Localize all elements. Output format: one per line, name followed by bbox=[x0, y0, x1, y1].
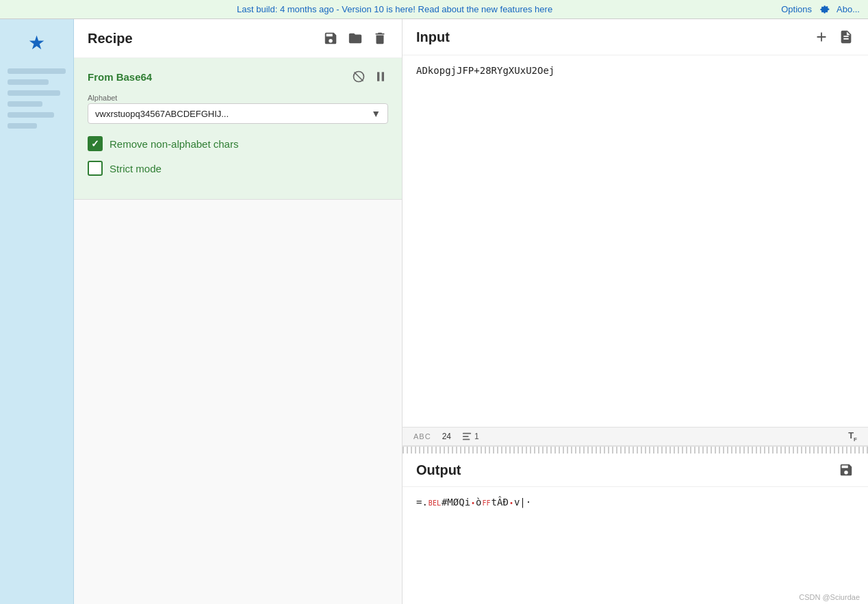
from-base64-controls bbox=[351, 69, 388, 84]
input-title: Input bbox=[416, 29, 450, 45]
options-link[interactable]: Options bbox=[781, 4, 812, 14]
svg-rect-2 bbox=[377, 72, 379, 81]
favorites-button[interactable]: ★ bbox=[22, 27, 52, 57]
output-ff-label: FF bbox=[483, 499, 491, 507]
alphabet-label: Alphabet bbox=[88, 94, 388, 102]
output-header: Output bbox=[403, 454, 868, 487]
save-output-button[interactable] bbox=[838, 462, 854, 478]
save-recipe-button[interactable] bbox=[322, 30, 339, 47]
from-base64-title: From Base64 bbox=[88, 71, 152, 83]
recipe-panel: Recipe bbox=[74, 19, 403, 604]
gear-icon[interactable] bbox=[817, 3, 831, 16]
input-textarea[interactable]: ADkopgjJFP+28RYgXUxU2Oej bbox=[403, 55, 868, 427]
input-section: Input ADkopg bbox=[403, 19, 868, 447]
char-count: 24 bbox=[442, 432, 451, 441]
input-status-bar: ABC 24 1 TF bbox=[403, 427, 868, 445]
output-section: Output =.BEL#MØQi•òFF tÂÐ•v|· CSDN @Sciu… bbox=[403, 454, 868, 604]
recipe-title: Recipe bbox=[88, 31, 133, 47]
delete-recipe-button[interactable] bbox=[372, 30, 388, 47]
alphabet-value: vwxrstuopq34567ABCDEFGHIJ... bbox=[95, 109, 229, 119]
right-panel: Input ADkopg bbox=[403, 19, 868, 604]
alphabet-dropdown[interactable]: vwxrstuopq34567ABCDEFGHIJ... ▼ bbox=[88, 103, 388, 124]
watermark: CSDN @Sciurdae bbox=[403, 590, 868, 604]
output-part-3: ò bbox=[476, 497, 481, 508]
output-text: =.BEL#MØQi•òFF tÂÐ•v|· bbox=[416, 497, 854, 508]
output-content-area: =.BEL#MØQi•òFF tÂÐ•v|· bbox=[403, 487, 868, 590]
svg-rect-4 bbox=[463, 433, 471, 434]
top-bar: Last build: 4 months ago - Version 10 is… bbox=[0, 0, 868, 19]
output-part-4: tÂÐ bbox=[492, 497, 509, 508]
output-part-5: v|· bbox=[514, 497, 531, 508]
strict-mode-row: Strict mode bbox=[88, 161, 388, 176]
sidebar-decorative-lines bbox=[8, 68, 66, 134]
strict-mode-label[interactable]: Strict mode bbox=[110, 163, 162, 174]
remove-non-alphabet-checkbox[interactable]: ✓ bbox=[88, 136, 103, 151]
add-input-button[interactable] bbox=[813, 29, 830, 45]
remove-non-alphabet-row: ✓ Remove non-alphabet chars bbox=[88, 136, 388, 151]
sidebar-nav: ★ bbox=[0, 19, 74, 604]
remove-non-alphabet-label[interactable]: Remove non-alphabet chars bbox=[110, 138, 238, 150]
output-part-1: =. bbox=[416, 497, 428, 508]
load-file-button[interactable] bbox=[838, 29, 854, 45]
line-count-group: 1 bbox=[462, 432, 479, 441]
svg-line-1 bbox=[355, 73, 363, 81]
from-base64-header: From Base64 bbox=[88, 69, 388, 84]
output-bullet-1: • bbox=[471, 499, 475, 507]
line-count: 1 bbox=[474, 432, 479, 441]
dropdown-arrow-icon: ▼ bbox=[371, 108, 381, 119]
strict-mode-checkbox[interactable] bbox=[88, 161, 103, 176]
recipe-empty-area bbox=[74, 200, 402, 604]
input-header: Input bbox=[403, 19, 868, 55]
svg-rect-3 bbox=[382, 72, 384, 81]
checkmark-icon: ✓ bbox=[91, 138, 99, 149]
top-bar-center-text: Last build: 4 months ago - Version 10 is… bbox=[237, 4, 552, 14]
top-bar-right: Options Abo... bbox=[781, 3, 860, 16]
svg-rect-6 bbox=[463, 439, 470, 441]
input-value: ADkopgjJFP+28RYgXUxU2Oej bbox=[416, 65, 554, 76]
output-title: Output bbox=[416, 462, 461, 478]
about-link[interactable]: Abo... bbox=[837, 4, 860, 14]
pause-operation-button[interactable] bbox=[373, 69, 388, 84]
recipe-header: Recipe bbox=[74, 19, 402, 58]
from-base64-block: From Base64 bbox=[74, 58, 402, 200]
disable-operation-button[interactable] bbox=[351, 69, 366, 84]
star-icon: ★ bbox=[28, 31, 45, 54]
svg-rect-5 bbox=[463, 436, 469, 437]
input-header-icons bbox=[813, 29, 854, 45]
output-part-2: #MØQi bbox=[442, 497, 470, 508]
output-bullet-2: • bbox=[509, 499, 513, 507]
resize-handle[interactable] bbox=[403, 447, 868, 454]
main-area: ★ Recipe bbox=[0, 19, 868, 604]
text-format-icon[interactable]: TF bbox=[848, 430, 857, 443]
abc-icon: ABC bbox=[413, 432, 431, 441]
open-recipe-button[interactable] bbox=[347, 30, 363, 47]
recipe-header-icons bbox=[322, 30, 388, 47]
output-bel-label: BEL bbox=[429, 499, 441, 507]
